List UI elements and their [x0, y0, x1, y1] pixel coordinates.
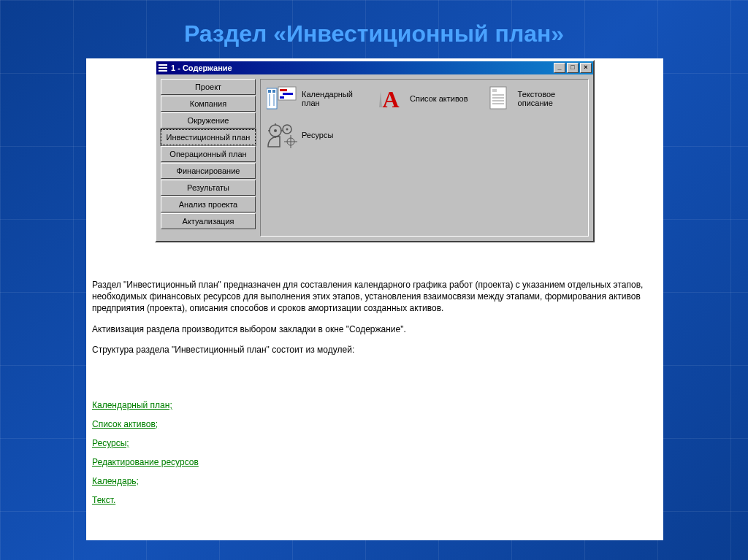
svg-rect-5: [272, 90, 275, 93]
calendar-plan-label: Календарный план: [302, 90, 360, 107]
sidebar-tabs: Проект Компания Окружение Инвестиционный…: [161, 79, 256, 237]
slide-title: Раздел «Инвестиционный план»: [0, 20, 748, 47]
resources-item[interactable]: Ресурсы: [267, 122, 582, 148]
link-assets-list[interactable]: Список активов;: [92, 419, 199, 429]
app-window: 1 - Содержание _ □ × Проект Компания Окр…: [155, 60, 595, 242]
svg-point-26: [286, 129, 289, 131]
tab-operational-plan[interactable]: Операционный план: [161, 146, 256, 162]
close-button[interactable]: ×: [580, 63, 592, 73]
link-calendar-plan[interactable]: Календарный план;: [92, 400, 199, 410]
link-calendar[interactable]: Календарь;: [92, 476, 199, 486]
window-icon: [158, 63, 168, 73]
content-card: 1 - Содержание _ □ × Проект Компания Окр…: [86, 58, 663, 540]
window-title: 1 - Содержание: [171, 64, 554, 72]
resources-label: Ресурсы: [302, 131, 333, 139]
tab-financing[interactable]: Финансирование: [161, 163, 256, 179]
svg-rect-4: [268, 90, 271, 93]
svg-rect-0: [159, 64, 167, 66]
paragraph-2: Активизация раздела производится выбором…: [92, 323, 657, 335]
calendar-plan-item[interactable]: Календарный план: [267, 85, 360, 112]
module-links: Календарный план; Список активов; Ресурс…: [92, 400, 199, 514]
link-text[interactable]: Текст.: [92, 495, 199, 505]
letter-a-icon: A: [375, 85, 405, 112]
svg-rect-14: [492, 89, 497, 92]
tab-investment-plan[interactable]: Инвестиционный план: [161, 129, 256, 145]
svg-rect-1: [159, 67, 167, 69]
titlebar: 1 - Содержание _ □ ×: [156, 61, 593, 74]
link-resource-editing[interactable]: Редактирование ресурсов: [92, 457, 199, 467]
description-text: Раздел "Инвестиционный план" предназначе…: [92, 279, 657, 364]
tab-project[interactable]: Проект: [161, 79, 256, 95]
text-description-item[interactable]: Текстовое описание: [483, 85, 576, 112]
window-controls: _ □ ×: [554, 63, 592, 73]
maximize-button[interactable]: □: [567, 63, 579, 73]
svg-rect-10: [283, 93, 293, 95]
paragraph-1: Раздел "Инвестиционный план" предназначе…: [92, 279, 657, 315]
assets-list-item[interactable]: A Список активов: [375, 85, 468, 112]
window-body: Проект Компания Окружение Инвестиционный…: [156, 74, 593, 241]
svg-rect-11: [280, 96, 284, 99]
paragraph-3: Структура раздела "Инвестиционный план" …: [92, 344, 657, 356]
tab-results[interactable]: Результаты: [161, 180, 256, 196]
minimize-button[interactable]: _: [554, 63, 565, 73]
gears-icon: [267, 122, 297, 148]
svg-rect-9: [280, 89, 287, 91]
document-icon: [483, 85, 514, 112]
tab-actualization[interactable]: Актуализация: [161, 213, 256, 229]
text-description-label: Текстовое описание: [518, 90, 576, 107]
tab-company[interactable]: Компания: [161, 96, 256, 112]
svg-point-20: [274, 129, 277, 132]
assets-list-label: Список активов: [410, 94, 468, 103]
svg-text:A: A: [382, 86, 399, 112]
tab-project-analysis[interactable]: Анализ проекта: [161, 196, 256, 212]
tab-environment[interactable]: Окружение: [161, 112, 256, 129]
link-resources[interactable]: Ресурсы;: [92, 438, 199, 448]
icon-panel: Календарный план A Список активов: [260, 79, 589, 237]
svg-rect-2: [159, 70, 167, 72]
gantt-icon: [267, 85, 297, 112]
